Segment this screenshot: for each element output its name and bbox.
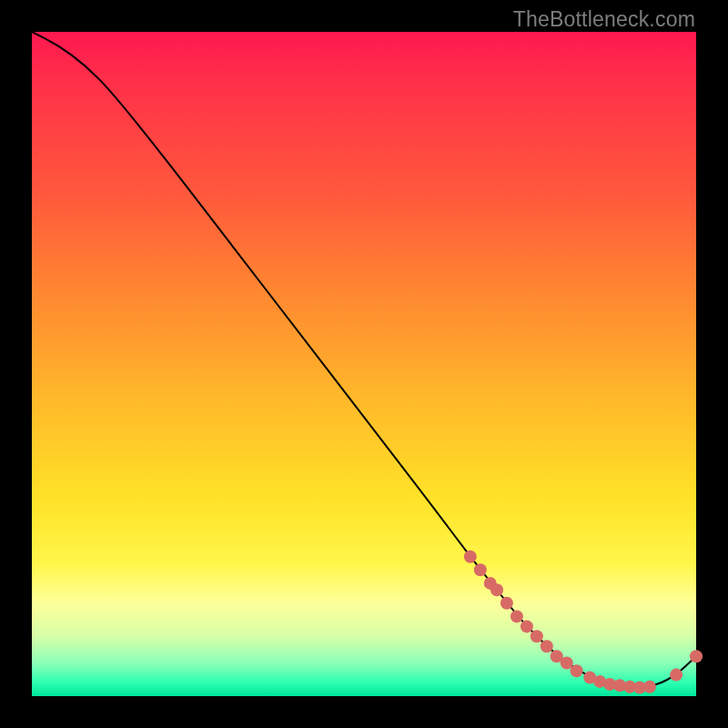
curve-marker	[521, 620, 533, 632]
curve-marker	[541, 640, 553, 652]
curve-marker	[464, 551, 477, 563]
curve-marker	[511, 610, 523, 622]
chart-svg	[32, 32, 696, 696]
chart-stage: TheBottleneck.com	[0, 0, 728, 728]
curve-marker	[500, 597, 513, 610]
curve-marker	[531, 630, 543, 642]
curve-marker	[561, 657, 573, 670]
curve-marker	[670, 669, 682, 682]
curve-marker	[643, 681, 656, 693]
curve-marker	[490, 583, 503, 596]
watermark-text: TheBottleneck.com	[513, 7, 695, 32]
curve-marker	[690, 650, 703, 662]
curve-marker	[571, 664, 583, 677]
bottleneck-curve	[32, 32, 696, 686]
plot-area	[32, 32, 696, 696]
curve-marker	[474, 563, 487, 576]
